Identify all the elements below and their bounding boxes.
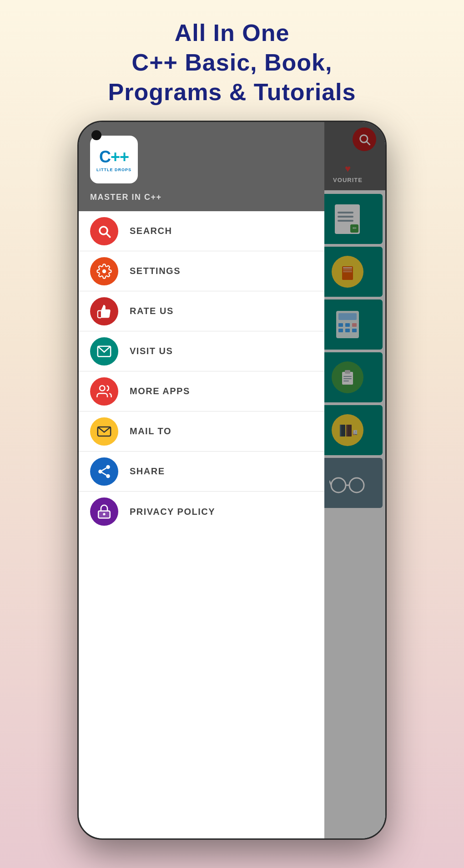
phone-screen: ♥ VOURITE ✏ (79, 122, 385, 838)
svg-point-40 (104, 513, 105, 515)
search-menu-label: SEARCH (130, 226, 172, 236)
drawer-app-name: MASTER IN C++ (90, 193, 313, 202)
nav-drawer: C++ LITTLE DROPS MASTER IN C++ (79, 122, 324, 838)
drawer-item-settings[interactable]: SETTINGS (79, 251, 324, 291)
drawer-item-search[interactable]: SEARCH (79, 211, 324, 251)
logo-subtitle: LITTLE DROPS (96, 168, 131, 172)
drawer-item-rate-us[interactable]: RATE US (79, 291, 324, 331)
settings-menu-icon (90, 257, 118, 285)
logo-cpp-text: C++ (99, 147, 129, 167)
visit-us-menu-icon (90, 337, 118, 365)
svg-line-37 (102, 472, 106, 475)
privacy-policy-menu-label: PRIVACY POLICY (130, 507, 215, 517)
app-background: ♥ VOURITE ✏ (79, 122, 385, 838)
phone-frame: ♥ VOURITE ✏ (77, 121, 387, 840)
svg-point-34 (106, 465, 110, 469)
drawer-item-mail-to[interactable]: MAIL TO (79, 411, 324, 452)
power-button[interactable] (385, 249, 387, 281)
app-logo: C++ LITTLE DROPS (90, 136, 138, 183)
drawer-item-share[interactable]: SHARE (79, 452, 324, 492)
page-title: All In One C++ Basic, Book, Programs & T… (81, 0, 383, 121)
drawer-item-visit-us[interactable]: VISIT US (79, 331, 324, 371)
privacy-policy-menu-icon (90, 497, 118, 526)
mail-to-menu-icon (90, 417, 118, 446)
camera-punch-hole (91, 130, 101, 140)
search-menu-icon (90, 217, 118, 245)
drawer-item-more-apps[interactable]: MORE APPS (79, 371, 324, 411)
drawer-item-privacy-policy[interactable]: PRIVACY POLICY (79, 492, 324, 532)
share-menu-icon (90, 457, 118, 486)
svg-point-32 (100, 386, 105, 391)
visit-us-menu-label: VISIT US (130, 346, 173, 356)
drawer-scrim[interactable] (324, 122, 385, 838)
svg-point-30 (102, 269, 106, 273)
rate-us-menu-label: RATE US (130, 306, 174, 316)
svg-line-29 (106, 233, 110, 237)
more-apps-menu-icon (90, 377, 118, 406)
drawer-header: C++ LITTLE DROPS MASTER IN C++ (79, 122, 324, 211)
settings-menu-label: SETTINGS (130, 266, 181, 276)
more-apps-menu-label: MORE APPS (130, 386, 190, 396)
share-menu-label: SHARE (130, 466, 165, 477)
svg-point-36 (106, 474, 110, 478)
drawer-body: SEARCH SETTINGS (79, 211, 324, 838)
svg-point-35 (98, 469, 102, 473)
mail-to-menu-label: MAIL TO (130, 426, 171, 437)
svg-line-38 (102, 468, 106, 471)
rate-us-menu-icon (90, 297, 118, 325)
